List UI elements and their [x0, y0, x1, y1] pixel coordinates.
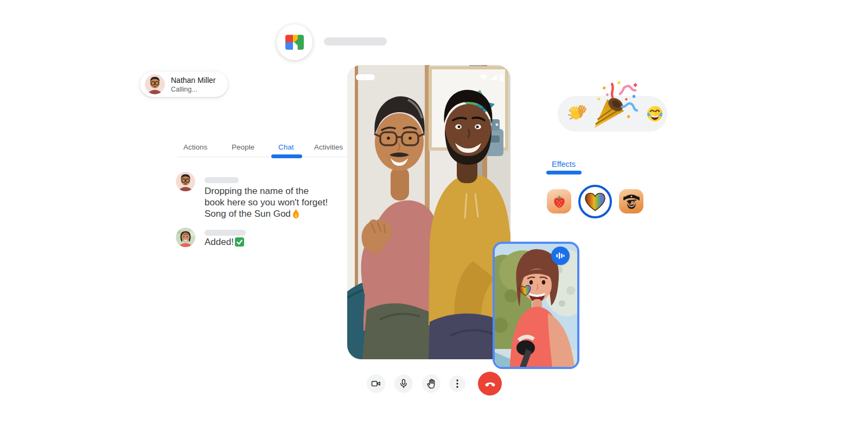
tears-of-joy-reaction[interactable]	[646, 105, 663, 122]
cellular-signal-icon	[490, 74, 497, 80]
voice-activity-icon	[556, 251, 565, 260]
end-call-button[interactable]	[478, 372, 502, 396]
chat-message: Added!	[205, 236, 330, 248]
sender-name-placeholder	[205, 230, 246, 236]
tab-people[interactable]: People	[232, 143, 254, 151]
tab-actions[interactable]: Actions	[183, 143, 207, 151]
caller-name: Nathan Miller	[171, 76, 215, 85]
page: { "header": { "logo_icon": "google-meet-…	[0, 0, 868, 427]
effect-strawberry-button[interactable]	[547, 189, 571, 214]
phone-main-video[interactable]	[347, 65, 510, 359]
effects-tab-indicator	[546, 171, 582, 174]
clapping-hands-reaction[interactable]	[566, 103, 587, 124]
fire-emoji	[292, 209, 300, 218]
battery-icon	[500, 74, 503, 81]
effect-pirate-button[interactable]	[619, 189, 643, 214]
pirate-icon	[623, 193, 640, 210]
status-bar-time-placeholder	[356, 74, 375, 80]
sender-name-placeholder	[205, 177, 239, 183]
tab-divider-line	[177, 157, 347, 157]
raise-hand-icon	[426, 378, 437, 390]
side-panel-tabs: Actions People Chat Activities	[177, 141, 347, 157]
effect-rainbow-heart-button[interactable]	[578, 185, 612, 218]
effects-tab[interactable]: Effects	[552, 160, 576, 169]
microphone-button[interactable]	[394, 374, 413, 393]
header-title-placeholder	[324, 37, 387, 46]
strawberry-icon	[552, 194, 566, 209]
rainbow-heart-icon	[585, 192, 605, 211]
status-bar-icons	[480, 74, 503, 81]
call-status: Calling...	[171, 86, 197, 93]
more-options-button[interactable]	[449, 376, 465, 392]
camera-icon	[371, 378, 381, 389]
incoming-call-pill[interactable]: Nathan Miller Calling...	[140, 72, 228, 97]
chat-message-text: Dropping the name of the book here so yo…	[205, 186, 328, 219]
chat-message: Dropping the name of the book here so yo…	[205, 185, 330, 219]
end-call-icon	[484, 378, 496, 390]
google-meet-logo-icon	[285, 35, 304, 50]
raise-hand-button[interactable]	[422, 374, 441, 393]
remote-video-scene	[347, 65, 510, 359]
wifi-icon	[480, 74, 488, 80]
microphone-icon	[398, 378, 409, 389]
google-meet-logo-badge	[277, 24, 312, 60]
tab-chat[interactable]: Chat	[278, 143, 294, 151]
active-tab-indicator	[271, 154, 302, 158]
chat-message-text: Added!	[205, 237, 234, 247]
message-avatar-woman	[176, 228, 195, 247]
message-avatar-man	[176, 172, 195, 191]
more-options-icon	[456, 379, 458, 388]
camera-button[interactable]	[367, 374, 385, 393]
audio-activity-button[interactable]	[551, 247, 570, 265]
caller-avatar	[145, 74, 165, 94]
reactions-bar	[558, 96, 667, 132]
check-mark-emoji	[235, 237, 244, 247]
party-popper-reaction[interactable]	[590, 80, 638, 131]
tab-activities[interactable]: Activities	[314, 143, 343, 151]
